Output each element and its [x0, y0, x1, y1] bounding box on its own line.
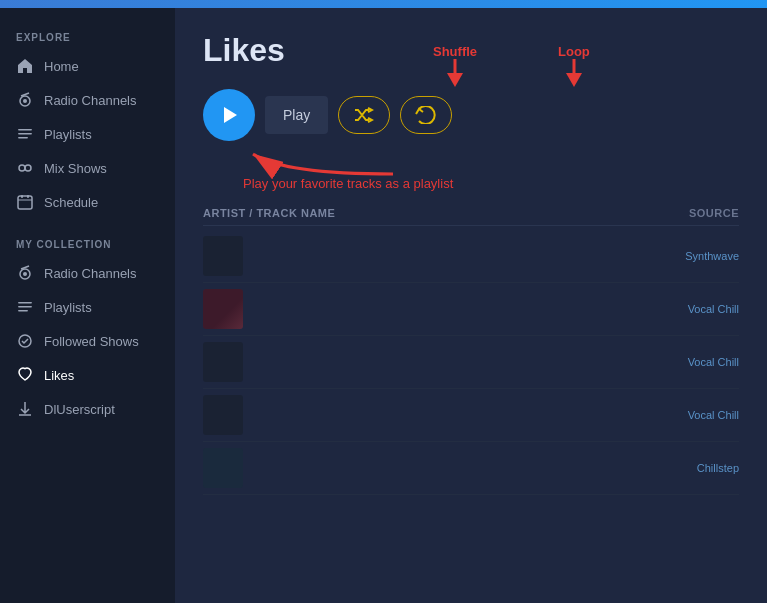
- sidebar: EXPLORE Home Radio Channels Playlists Mi…: [0, 8, 175, 603]
- track-list-header: ARTIST / TRACK NAME SOURCE: [203, 201, 739, 226]
- header-artist-track: ARTIST / TRACK NAME: [203, 207, 619, 219]
- track-thumb-4: [203, 395, 243, 435]
- sidebar-item-radio-explore[interactable]: Radio Channels: [0, 83, 175, 117]
- dl-icon: [16, 400, 34, 418]
- table-row: Chillstep: [203, 442, 739, 495]
- table-row: Vocal Chill: [203, 283, 739, 336]
- home-icon: [16, 57, 34, 75]
- track-thumb-5: [203, 448, 243, 488]
- sidebar-radio-collection-label: Radio Channels: [44, 266, 137, 281]
- svg-rect-4: [18, 137, 28, 139]
- likes-icon: [16, 366, 34, 384]
- sidebar-playlists-explore-label: Playlists: [44, 127, 92, 142]
- sidebar-item-radio-collection[interactable]: Radio Channels: [0, 256, 175, 290]
- table-row: Vocal Chill: [203, 389, 739, 442]
- table-row: Vocal Chill: [203, 336, 739, 389]
- track-source-5: Chillstep: [619, 462, 739, 474]
- play-label-button[interactable]: Play: [265, 96, 328, 134]
- svg-rect-7: [18, 196, 32, 209]
- top-bar: [0, 0, 767, 8]
- svg-marker-19: [566, 73, 582, 87]
- track-source-4: Vocal Chill: [619, 409, 739, 421]
- sidebar-likes-label: Likes: [44, 368, 74, 383]
- track-source-1: Synthwave: [619, 250, 739, 262]
- schedule-icon: [16, 193, 34, 211]
- svg-marker-20: [224, 107, 237, 123]
- svg-rect-9: [27, 195, 29, 198]
- track-source-3: Vocal Chill: [619, 356, 739, 368]
- sidebar-item-playlists-collection[interactable]: Playlists: [0, 290, 175, 324]
- sidebar-item-likes[interactable]: Likes: [0, 358, 175, 392]
- loop-button[interactable]: [400, 96, 452, 134]
- svg-rect-12: [18, 302, 32, 304]
- svg-point-5: [19, 165, 25, 171]
- artist-track-header-label: ARTIST / TRACK NAME: [203, 207, 335, 219]
- sidebar-item-schedule[interactable]: Schedule: [0, 185, 175, 219]
- sidebar-schedule-label: Schedule: [44, 195, 98, 210]
- svg-point-6: [25, 165, 31, 171]
- loop-icon: [415, 106, 437, 124]
- track-source-2: Vocal Chill: [619, 303, 739, 315]
- sidebar-item-home[interactable]: Home: [0, 49, 175, 83]
- sidebar-dl-label: DlUserscript: [44, 402, 115, 417]
- svg-rect-8: [21, 195, 23, 198]
- sidebar-playlists-collection-label: Playlists: [44, 300, 92, 315]
- sidebar-followed-shows-label: Followed Shows: [44, 334, 139, 349]
- play-icon: [218, 104, 240, 126]
- svg-rect-3: [18, 133, 32, 135]
- shuffle-button[interactable]: [338, 96, 390, 134]
- table-row: Synthwave: [203, 230, 739, 283]
- header-source: SOURCE: [619, 207, 739, 219]
- sidebar-mix-shows-label: Mix Shows: [44, 161, 107, 176]
- track-list: ARTIST / TRACK NAME SOURCE Synthwave Voc…: [203, 201, 739, 495]
- svg-point-11: [23, 272, 27, 276]
- sidebar-item-dl-userscript[interactable]: DlUserscript: [0, 392, 175, 426]
- track-thumb-1: [203, 236, 243, 276]
- sidebar-radio-explore-label: Radio Channels: [44, 93, 137, 108]
- track-thumb-2: [203, 289, 243, 329]
- svg-point-1: [23, 99, 27, 103]
- playlists-icon-collection: [16, 298, 34, 316]
- playlists-icon-explore: [16, 125, 34, 143]
- radio-icon-explore: [16, 91, 34, 109]
- play-annotation-arrow: [223, 144, 403, 204]
- mix-icon: [16, 159, 34, 177]
- svg-rect-2: [18, 129, 32, 131]
- play-annotation-text: Play your favorite tracks as a playlist: [243, 176, 453, 191]
- sidebar-item-followed-shows[interactable]: Followed Shows: [0, 324, 175, 358]
- sidebar-item-mix-shows[interactable]: Mix Shows: [0, 151, 175, 185]
- play-button[interactable]: [203, 89, 255, 141]
- main-content: Likes Shuffle Loop: [175, 8, 767, 603]
- sidebar-home-label: Home: [44, 59, 79, 74]
- my-collection-section-label: MY COLLECTION: [0, 231, 175, 256]
- sidebar-item-playlists-explore[interactable]: Playlists: [0, 117, 175, 151]
- svg-rect-13: [18, 306, 32, 308]
- svg-marker-17: [447, 73, 463, 87]
- page-title: Likes: [203, 32, 739, 69]
- radio-icon-collection: [16, 264, 34, 282]
- shuffle-icon: [354, 107, 374, 123]
- track-thumb-3: [203, 342, 243, 382]
- followed-icon: [16, 332, 34, 350]
- explore-section-label: EXPLORE: [0, 24, 175, 49]
- svg-rect-14: [18, 310, 28, 312]
